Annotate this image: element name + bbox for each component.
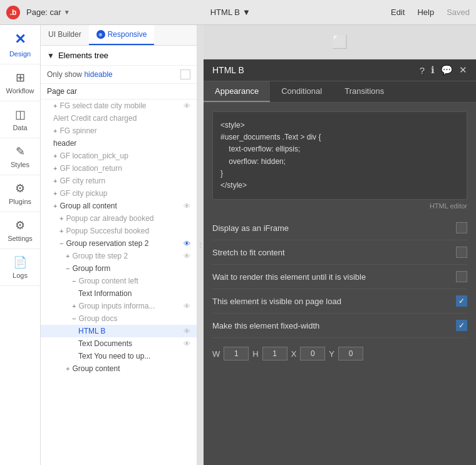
tree-item[interactable]: + Group content [41, 362, 197, 375]
info-icon[interactable]: ℹ [431, 64, 435, 76]
resize-handle[interactable]: ⋮ [197, 25, 204, 465]
code-line: } [220, 168, 459, 180]
tree-item[interactable]: + FG select date city mobile 👁 [41, 100, 197, 112]
tree-item-text: Group reservation step 2 [66, 239, 148, 248]
eye-icon[interactable]: 👁 [184, 102, 190, 110]
tree-item[interactable]: Alert Credit card charged [41, 112, 197, 125]
hideable-checkbox[interactable] [180, 69, 190, 79]
tab-responsive[interactable]: ⊕ Responsive [89, 25, 155, 45]
main-area: ✕ Design ⊞ Workflow ◫ Data ✎ Styles ⚙ Pl… [0, 25, 476, 465]
tree-item[interactable]: + GF location_pick_up [41, 150, 197, 162]
tree-item[interactable]: Text Information [41, 287, 197, 300]
tree-item[interactable]: + Popup Succesful booked [41, 225, 197, 237]
collapse-arrow[interactable]: ▼ [47, 51, 54, 60]
comment-icon[interactable]: 💬 [441, 64, 453, 76]
setting-label: Display as an iFrame [212, 223, 289, 233]
tab-transitions[interactable]: Transitions [333, 81, 395, 102]
tree-item[interactable]: + GF city pickup [41, 187, 197, 200]
setting-row-fixed-width: Make this element fixed-width ✓ [212, 314, 467, 338]
tree-item[interactable]: Text You need to up... [41, 350, 197, 362]
setting-checkbox-fixed-width[interactable]: ✓ [456, 320, 467, 331]
close-icon[interactable]: ✕ [459, 64, 467, 76]
plus-icon: + [53, 152, 57, 160]
top-bar-right: Edit Help Saved [391, 8, 470, 17]
tree-item[interactable]: − Group content left [41, 275, 197, 287]
eye-icon[interactable]: 👁 [184, 202, 190, 210]
setting-checkbox-stretch[interactable] [456, 247, 467, 258]
center-selector[interactable]: HTML B ▼ [76, 8, 385, 17]
dim-label-h: H [252, 349, 258, 359]
dim-input-y[interactable] [338, 347, 363, 360]
eye-icon[interactable]: 👁 [184, 302, 190, 310]
dim-input-h[interactable] [262, 347, 287, 360]
tree-item[interactable]: + FG spinner [41, 125, 197, 137]
elements-tree-label: Elements tree [58, 51, 108, 60]
plus-icon: + [59, 215, 63, 222]
tree-item-text: GF location_return [59, 164, 122, 173]
help-icon[interactable]: ? [420, 65, 425, 76]
tree-item[interactable]: + Group inputs informa... 👁 [41, 300, 197, 312]
sidebar-item-design[interactable]: ✕ Design [0, 25, 40, 64]
sidebar-item-logs[interactable]: 📄 Logs [0, 249, 40, 286]
tab-appearance[interactable]: Appearance [204, 81, 270, 102]
tab-conditional[interactable]: Conditional [270, 81, 333, 102]
sidebar-item-workflow[interactable]: ⊞ Workflow [0, 64, 40, 101]
tree-item-text: GF location_pick_up [59, 151, 128, 160]
tree-item[interactable]: + GF city return [41, 175, 197, 187]
saved-status: Saved [447, 8, 470, 17]
setting-checkbox-wait-render[interactable] [456, 271, 467, 282]
code-line: text-overflow: ellipsis; [220, 143, 459, 155]
tree-item[interactable]: − Group reservation step 2 👁 [41, 237, 197, 250]
minus-icon: − [72, 315, 76, 322]
logs-icon: 📄 [13, 255, 27, 269]
eye-icon[interactable]: 👁 [184, 340, 190, 347]
edit-link[interactable]: Edit [391, 8, 405, 17]
eye-icon[interactable]: 👁 [184, 240, 190, 247]
eye-icon[interactable]: 👁 [184, 252, 190, 260]
right-panel: ⬜ HTML B ? ℹ 💬 ✕ Appearance Conditional … [204, 25, 476, 465]
setting-label: This element is visible on page load [212, 297, 341, 306]
tree-item[interactable]: header [41, 137, 197, 150]
page-dropdown-arrow[interactable]: ▼ [64, 9, 70, 16]
html-b-header-icons: ? ℹ 💬 ✕ [420, 64, 467, 76]
tree-item[interactable]: + Popup car already booked [41, 212, 197, 225]
sidebar-item-plugins[interactable]: ⚙ Plugins [0, 175, 40, 212]
plus-icon: + [53, 190, 57, 197]
setting-checkbox-iframe[interactable] [456, 222, 467, 233]
tab-ui-builder[interactable]: UI Builder [41, 25, 89, 45]
html-editor-label: HTML editor [212, 202, 467, 210]
hideable-link[interactable]: hideable [84, 70, 112, 79]
tree-item-html-b[interactable]: HTML B 👁 [41, 325, 197, 337]
html-b-title: HTML B [212, 65, 244, 75]
tree-item[interactable]: + Group all content 👁 [41, 200, 197, 212]
tree-item-text: Group docs [78, 314, 117, 323]
sidebar-item-data[interactable]: ◫ Data [0, 101, 40, 138]
tree-item[interactable]: Text Documents 👁 [41, 337, 197, 350]
tree-item-text: Text Documents [78, 339, 132, 348]
tree-item-text: Popup car already booked [66, 214, 153, 223]
tree-item[interactable]: − Group docs [41, 312, 197, 325]
sidebar-item-styles[interactable]: ✎ Styles [0, 138, 40, 175]
setting-checkbox-visible-load[interactable]: ✓ [456, 295, 467, 307]
data-icon: ◫ [15, 108, 26, 121]
page-selector[interactable]: Page: car ▼ [26, 8, 70, 17]
sidebar-item-settings[interactable]: ⚙ Settings [0, 212, 40, 249]
plus-icon: + [72, 302, 76, 310]
code-editor[interactable]: <style> #user_documents .Text > div { te… [212, 111, 467, 200]
dim-input-w[interactable] [224, 347, 249, 360]
tree-item[interactable]: − Group form [41, 262, 197, 275]
dim-input-x[interactable] [300, 347, 325, 360]
tree-item[interactable]: + Group tite step 2 👁 [41, 250, 197, 262]
top-bar: .b Page: car ▼ HTML B ▼ Edit Help Saved [0, 0, 476, 25]
minus-icon: − [66, 265, 70, 272]
dim-label-x: X [291, 349, 297, 359]
code-line: <style> [220, 120, 459, 131]
tree-item-text: Group all content [59, 202, 116, 210]
center-dropdown-arrow[interactable]: ▼ [242, 8, 251, 17]
setting-row-stretch: Stretch to fit content [212, 240, 467, 265]
logo: .b [6, 6, 20, 19]
help-link[interactable]: Help [417, 8, 434, 17]
eye-icon[interactable]: 👁 [184, 327, 190, 335]
tree-item[interactable]: + GF location_return [41, 162, 197, 175]
html-b-tabs: Appearance Conditional Transitions [204, 81, 476, 103]
